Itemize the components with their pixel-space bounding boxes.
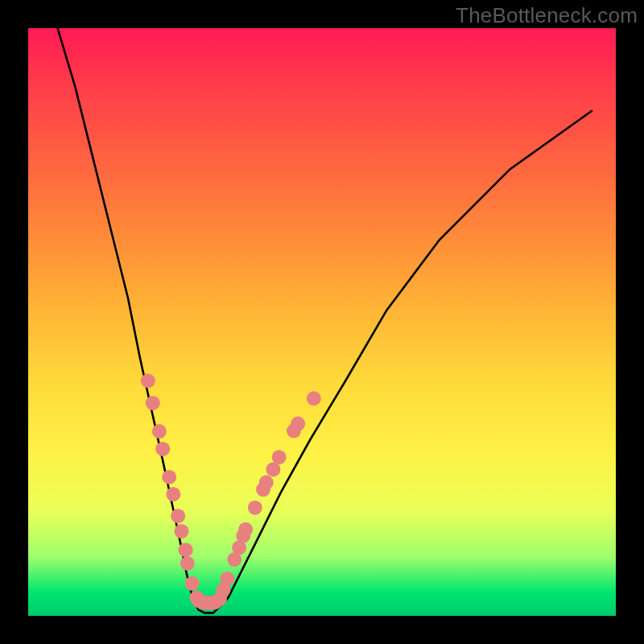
curve-marker	[238, 522, 253, 537]
curve-marker	[259, 475, 274, 489]
curve-marker	[146, 396, 160, 411]
curve-marker	[272, 450, 287, 464]
curve-marker	[266, 462, 280, 477]
curve-marker	[166, 487, 180, 502]
curve-marker	[162, 470, 176, 485]
curve-marker	[221, 572, 235, 586]
curve-marker	[180, 556, 195, 571]
curve-marker	[141, 374, 155, 388]
curve-marker	[175, 524, 189, 539]
curve-marker	[307, 391, 321, 406]
bottleneck-curve	[58, 28, 592, 613]
curve-marker	[155, 442, 170, 456]
chart-frame: TheBottleneck.com	[0, 0, 644, 644]
curve-marker	[291, 416, 305, 431]
watermark-text: TheBottleneck.com	[456, 3, 638, 28]
chart-plot-area	[28, 28, 616, 616]
curve-path	[58, 28, 592, 613]
curve-marker	[171, 509, 185, 523]
curve-marker	[185, 576, 200, 591]
curve-markers	[141, 374, 321, 610]
curve-marker	[152, 424, 167, 439]
chart-svg	[28, 28, 616, 616]
curve-marker	[179, 543, 193, 557]
curve-marker	[248, 501, 262, 515]
